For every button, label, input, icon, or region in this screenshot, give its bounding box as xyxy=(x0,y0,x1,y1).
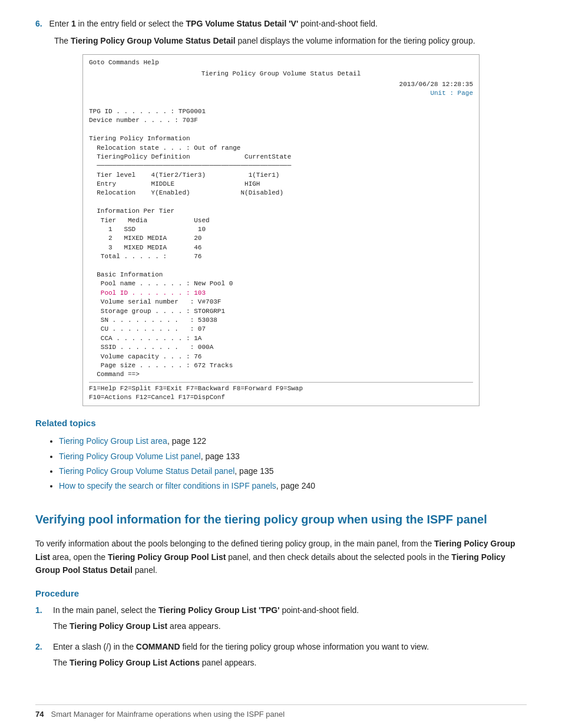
step6-result: The Tiering Policy Group Volume Status D… xyxy=(54,35,527,47)
step-1-result: The Tiering Policy Group List area appea… xyxy=(53,620,527,633)
terminal-screenshot: Goto Commands Help Tiering Policy Group … xyxy=(82,54,480,406)
list-item: Tiering Policy Group Volume List panel, … xyxy=(59,449,527,464)
procedure-steps: 1. In the main panel, select the Tiering… xyxy=(35,604,527,669)
related-link-3-suffix: , page 135 xyxy=(234,466,273,476)
terminal-date: 2013/06/28 12:28:35 xyxy=(89,80,473,89)
footer-page-number: 74 xyxy=(35,710,44,719)
terminal-unit: Unit : Page xyxy=(89,89,473,98)
procedure-step-1: 1. In the main panel, select the Tiering… xyxy=(35,604,527,633)
big-section-title: Verifying pool information for the tieri… xyxy=(35,511,527,528)
procedure-step-2: 2. Enter a slash (/) in the COMMAND fiel… xyxy=(35,641,527,669)
step-2-number: 2. xyxy=(35,641,53,669)
related-topics-heading: Related topics xyxy=(35,418,527,428)
related-link-4-suffix: , page 240 xyxy=(276,481,315,490)
big-section-body: To verify information about the pools be… xyxy=(35,537,527,577)
footer: 74 Smart Manager for Mainframe operation… xyxy=(35,704,527,719)
step-1-number: 1. xyxy=(35,604,53,633)
procedure-section: Procedure 1. In the main panel, select t… xyxy=(35,588,527,669)
list-item: Tiering Policy Group Volume Status Detai… xyxy=(59,464,527,479)
related-topics-section: Related topics Tiering Policy Group List… xyxy=(35,418,527,493)
step6-text: Enter 1 in the entry field or select the… xyxy=(49,19,378,28)
related-link-2[interactable]: Tiering Policy Group Volume List panel xyxy=(59,452,201,461)
related-link-1-suffix: , page 122 xyxy=(167,436,206,446)
related-link-2-suffix: , page 133 xyxy=(201,452,240,461)
terminal-title: Tiering Policy Group Volume Status Detai… xyxy=(89,70,473,78)
related-topics-list: Tiering Policy Group List area, page 122… xyxy=(35,434,527,493)
related-link-4[interactable]: How to specify the search or filter cond… xyxy=(59,481,276,490)
step6-intro: 6. Enter 1 in the entry field or select … xyxy=(35,18,527,47)
terminal-fkeys: F1=Help F2=Split F3=Exit F7=Backward F8=… xyxy=(89,382,473,403)
terminal-menubar: Goto Commands Help xyxy=(89,58,473,67)
step6-number: 6. xyxy=(35,19,42,28)
footer-text: Smart Manager for Mainframe operations w… xyxy=(51,710,285,719)
procedure-heading: Procedure xyxy=(35,588,527,598)
step-2-content: Enter a slash (/) in the COMMAND field f… xyxy=(53,641,527,669)
related-link-1[interactable]: Tiering Policy Group List area xyxy=(59,436,167,446)
step-1-content: In the main panel, select the Tiering Po… xyxy=(53,604,527,633)
list-item: Tiering Policy Group List area, page 122 xyxy=(59,434,527,449)
step-2-result: The Tiering Policy Group List Actions pa… xyxy=(53,657,527,669)
terminal-body: TPG ID . . . . . . . : TPG0001 Device nu… xyxy=(89,98,473,380)
related-link-3[interactable]: Tiering Policy Group Volume Status Detai… xyxy=(59,466,234,476)
list-item: How to specify the search or filter cond… xyxy=(59,479,527,493)
